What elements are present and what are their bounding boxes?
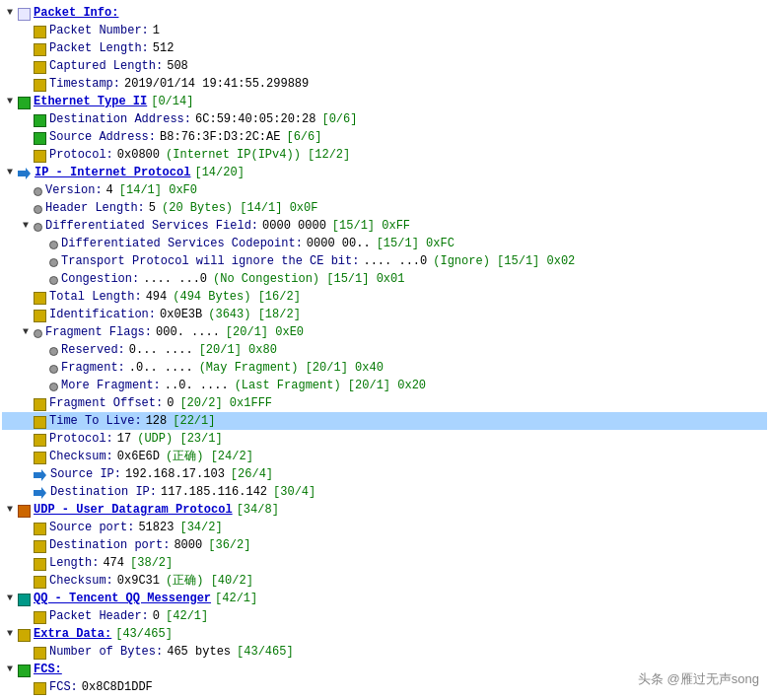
tree-row: ▼UDP - User Datagram Protocol[34/8] bbox=[2, 501, 767, 519]
yellow-square-icon bbox=[34, 647, 46, 660]
field-meta: [15/1] 0xFF bbox=[332, 217, 410, 235]
field-value: 2019/01/14 19:41:55.299889 bbox=[124, 75, 309, 93]
green-square-icon bbox=[18, 97, 31, 109]
green-square-icon bbox=[34, 114, 46, 127]
field-label: Differentiated Services Field: bbox=[45, 217, 258, 235]
arrow-icon bbox=[34, 486, 47, 500]
field-meta: (No Congestion) [15/1] 0x01 bbox=[213, 270, 404, 288]
tree-row: Time To Live:128[22/1] bbox=[2, 412, 767, 430]
field-value: 0 bbox=[167, 394, 174, 412]
circle-icon bbox=[49, 347, 58, 356]
circle-icon bbox=[34, 329, 42, 338]
tree-row: Total Length:494(494 Bytes) [16/2] bbox=[2, 288, 767, 306]
field-label: Destination IP: bbox=[50, 483, 157, 501]
field-label[interactable]: UDP - User Datagram Protocol bbox=[34, 501, 233, 519]
tree-row: Source port:51823[34/2] bbox=[2, 519, 767, 536]
field-meta: (正确) [24/2] bbox=[166, 448, 253, 465]
field-label: Checksum: bbox=[49, 448, 113, 465]
field-label: Packet Number: bbox=[49, 22, 149, 39]
arrow-icon bbox=[34, 468, 47, 482]
tree-row: More Fragment:..0. ....(Last Fragment) [… bbox=[2, 377, 767, 394]
field-meta: [30/4] bbox=[273, 483, 315, 501]
field-label: Congestion: bbox=[61, 270, 139, 288]
field-label: Captured Length: bbox=[49, 57, 163, 75]
expander-icon[interactable]: ▼ bbox=[4, 593, 16, 604]
field-value: 000. .... bbox=[156, 323, 220, 341]
field-value: .0.. .... bbox=[129, 359, 193, 377]
field-meta: [20/1] 0x80 bbox=[199, 341, 277, 359]
field-value: 465 bytes bbox=[167, 643, 231, 661]
yellow-square-icon bbox=[34, 43, 46, 56]
packet-tree: ▼Packet Info:Packet Number:1Packet Lengt… bbox=[0, 0, 771, 700]
field-meta: [6/6] bbox=[286, 128, 321, 146]
field-value: 6C:59:40:05:20:28 bbox=[195, 110, 315, 128]
tree-row: Reserved:0... ....[20/1] 0x80 bbox=[2, 341, 767, 359]
tree-row: ▼Differentiated Services Field:0000 0000… bbox=[2, 217, 767, 235]
field-meta: [42/1] bbox=[215, 590, 257, 607]
expander-icon[interactable]: ▼ bbox=[4, 664, 16, 675]
tree-row: Transport Protocol will ignore the CE bi… bbox=[2, 252, 767, 270]
field-label: Source IP: bbox=[50, 465, 121, 483]
field-label: Source port: bbox=[49, 519, 134, 536]
yellow-square-icon bbox=[34, 292, 46, 305]
green-square-icon bbox=[34, 132, 46, 145]
field-label: Fragment Flags: bbox=[45, 323, 152, 341]
tree-row: ▼QQ - Tencent QQ Messenger[42/1] bbox=[2, 590, 767, 607]
expander-icon[interactable]: ▼ bbox=[4, 167, 16, 178]
tree-row: Source Address:B8:76:3F:D3:2C:AE[6/6] bbox=[2, 128, 767, 146]
field-label: Source Address: bbox=[49, 128, 156, 146]
field-meta: (UDP) [23/1] bbox=[137, 430, 222, 448]
green-square-icon bbox=[18, 665, 31, 677]
expander-icon[interactable]: ▼ bbox=[4, 628, 16, 640]
field-value: 0x0E3B bbox=[160, 306, 202, 323]
field-label: Protocol: bbox=[49, 430, 113, 448]
circle-icon bbox=[49, 276, 58, 285]
field-meta: (正确) [40/2] bbox=[166, 572, 253, 590]
tree-row: Differentiated Services Codepoint:0000 0… bbox=[2, 235, 767, 252]
field-meta: [38/2] bbox=[130, 554, 173, 572]
field-value: 0x6E6D bbox=[117, 448, 160, 465]
expander-icon[interactable]: ▼ bbox=[4, 504, 16, 516]
yellow-square-icon bbox=[34, 434, 46, 447]
field-meta: (Ignore) [15/1] 0x02 bbox=[433, 252, 575, 270]
field-meta: [34/2] bbox=[179, 519, 222, 536]
field-value: ..0. .... bbox=[165, 377, 229, 394]
circle-icon bbox=[49, 241, 58, 249]
yellow-square-icon bbox=[34, 310, 46, 322]
tree-row: Checksum:0x9C31(正确) [40/2] bbox=[2, 572, 767, 590]
field-label[interactable]: Ethernet Type II bbox=[34, 93, 147, 110]
expander-icon[interactable]: ▼ bbox=[4, 7, 16, 19]
tree-row: Packet Header:0[42/1] bbox=[2, 607, 767, 625]
field-label: Destination Address: bbox=[49, 110, 191, 128]
field-meta: [0/6] bbox=[321, 110, 357, 128]
field-value: 51823 bbox=[138, 519, 174, 536]
field-label[interactable]: FCS: bbox=[34, 661, 62, 678]
circle-icon bbox=[34, 205, 42, 214]
field-value: 494 bbox=[146, 288, 168, 306]
field-label[interactable]: Extra Data: bbox=[34, 625, 111, 643]
field-value: 8000 bbox=[174, 536, 202, 554]
tree-row: ▼Ethernet Type II[0/14] bbox=[2, 93, 767, 110]
field-value: 0x8C8D1DDF bbox=[82, 678, 153, 696]
yellow-square-icon bbox=[34, 398, 46, 411]
field-value: 1 bbox=[153, 22, 160, 39]
yellow-square-icon bbox=[34, 150, 46, 163]
field-label: Destination port: bbox=[49, 536, 170, 554]
field-label[interactable]: Packet Info: bbox=[34, 4, 118, 22]
teal-square-icon bbox=[18, 594, 31, 606]
tree-row: Header Length:5(20 Bytes) [14/1] 0x0F bbox=[2, 199, 767, 217]
tree-row: Fragment Offset:0[20/2] 0x1FFF bbox=[2, 394, 767, 412]
field-label[interactable]: QQ - Tencent QQ Messenger bbox=[34, 590, 211, 607]
expander-icon[interactable]: ▼ bbox=[4, 96, 16, 107]
field-label[interactable]: IP - Internet Protocol bbox=[35, 164, 190, 181]
expander-icon[interactable]: ▼ bbox=[20, 326, 32, 338]
tree-row: Source IP:192.168.17.103[26/4] bbox=[2, 465, 767, 483]
field-label: Transport Protocol will ignore the CE bi… bbox=[61, 252, 359, 270]
yellow-square-icon bbox=[34, 611, 46, 624]
yellow-square-icon bbox=[34, 416, 46, 429]
field-value: 128 bbox=[146, 412, 168, 430]
field-value: 5 bbox=[149, 199, 156, 217]
expander-icon[interactable]: ▼ bbox=[20, 220, 32, 232]
field-label: Number of Bytes: bbox=[49, 643, 163, 661]
field-value: 0000 0000 bbox=[262, 217, 326, 235]
